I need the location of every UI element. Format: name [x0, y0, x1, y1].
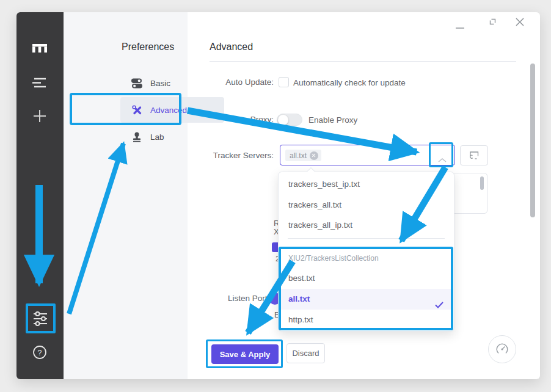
toggle-knob — [278, 115, 288, 125]
chevron-up-icon[interactable] — [438, 154, 447, 165]
dropdown-item-label: all.txt — [288, 294, 310, 303]
textarea-scrollbar-thumb[interactable] — [480, 176, 484, 190]
speed-limit-button[interactable] — [488, 335, 516, 363]
maximize-icon[interactable] — [488, 17, 497, 29]
tools-icon — [131, 105, 143, 115]
title-divider — [210, 61, 516, 62]
dropdown-divider — [288, 238, 445, 239]
auto-update-checkbox-label: Automatically check for update — [293, 78, 406, 87]
motrix-logo — [31, 41, 49, 58]
dropdown-item-selected[interactable]: all.txt — [279, 289, 453, 310]
sync-trackers-button[interactable] — [460, 145, 488, 165]
nav-item-lab[interactable]: Lab — [120, 124, 224, 150]
nav-item-label: Advanced — [150, 106, 187, 115]
auto-update-label: Auto Update: — [176, 78, 274, 87]
preferences-title: Preferences — [122, 42, 174, 53]
toggles-icon — [131, 78, 143, 89]
tag-label: all.txt — [290, 151, 307, 160]
page-title: Advanced — [210, 42, 253, 53]
discard-button[interactable]: Discard — [286, 343, 325, 363]
save-apply-button[interactable]: Save & Apply — [211, 344, 279, 364]
proxy-toggle-label: Enable Proxy — [308, 115, 357, 125]
tracker-servers-select[interactable]: all.txt — [280, 145, 455, 165]
sync-icon — [469, 151, 480, 161]
tracker-dropdown: trackers_best_ip.txt trackers_all.txt tr… — [278, 172, 454, 332]
nav-item-label: Basic — [150, 79, 170, 88]
dropdown-item[interactable]: trackers_all.txt — [279, 195, 453, 216]
help-icon[interactable]: ? — [32, 345, 47, 362]
auto-update-checkbox[interactable] — [279, 77, 289, 87]
dropdown-item[interactable]: trackers_all_ip.txt — [279, 215, 453, 236]
tag-remove-icon[interactable] — [310, 151, 318, 160]
lab-stamp-icon — [131, 132, 143, 142]
task-list-icon[interactable] — [32, 77, 48, 91]
proxy-toggle[interactable] — [277, 114, 302, 126]
proxy-label: Proxy: — [176, 115, 274, 124]
dropdown-item[interactable]: trackers_best_ip.txt — [279, 174, 453, 195]
close-icon[interactable] — [516, 18, 524, 29]
nav-item-label: Lab — [150, 132, 164, 142]
add-task-icon[interactable] — [33, 109, 46, 125]
screenshot-canvas: ? Preferences Basic — [0, 0, 551, 392]
dropdown-group-label: XIU2/TrackersListCollection — [279, 250, 453, 266]
listen-ports-label: Listen Ports: — [176, 294, 274, 303]
settings-icon[interactable] — [32, 311, 48, 329]
minimize-icon[interactable] — [456, 21, 464, 32]
content-scrollbar-thumb[interactable] — [530, 64, 535, 217]
selected-tag: all.txt — [285, 150, 321, 161]
dropdown-item[interactable]: best.txt — [279, 268, 453, 289]
tracker-servers-label: Tracker Servers: — [176, 151, 274, 160]
preferences-panel: Preferences Basic — [64, 12, 188, 379]
app-window: ? Preferences Basic — [16, 12, 540, 379]
app-sidebar: ? — [16, 12, 64, 379]
svg-text:?: ? — [38, 349, 42, 357]
dropdown-item[interactable]: http.txt — [279, 310, 453, 330]
speed-gauge-icon — [494, 341, 511, 358]
